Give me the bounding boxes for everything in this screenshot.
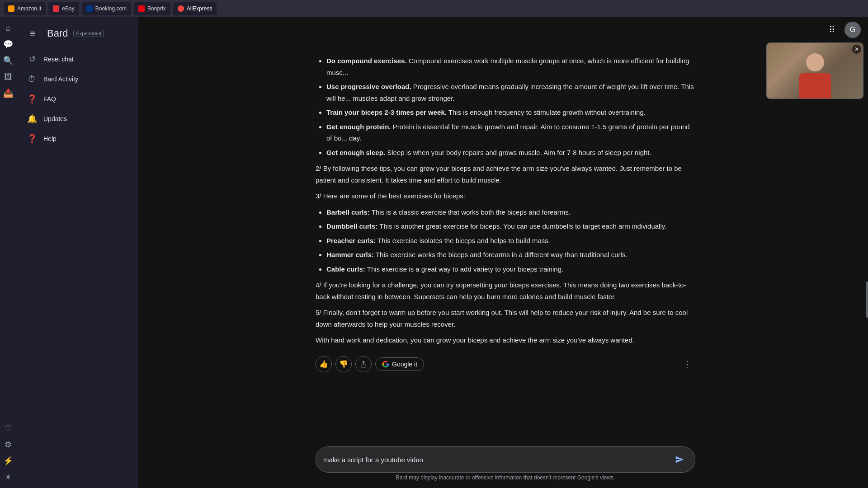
pip-person-head xyxy=(806,53,824,71)
hamburger-button[interactable]: ≡ xyxy=(24,24,42,42)
barbell-bold: Barbell curls: xyxy=(326,208,370,216)
main-content: ⠿ G ✕ xyxy=(138,17,868,488)
user-avatar[interactable]: G xyxy=(844,22,861,38)
main-header: ⠿ G xyxy=(138,17,868,42)
chat-content: Do compound exercises. Compound exercise… xyxy=(316,55,695,374)
updates-icon: 🔔 xyxy=(27,114,37,124)
preacher-bold: Preacher curls: xyxy=(326,237,376,244)
disclaimer-text: Bard may display inaccurate or offensive… xyxy=(161,473,850,484)
input-wrapper xyxy=(316,446,695,473)
google-logo-icon xyxy=(382,361,389,368)
chat-input[interactable] xyxy=(323,456,667,464)
list-item-compound: Do compound exercises. Compound exercise… xyxy=(326,55,695,78)
list-item-protein-bold: Get enough protein. xyxy=(326,123,391,131)
google-it-button[interactable]: Google it xyxy=(375,357,424,371)
settings-icon[interactable]: ⚙ xyxy=(1,437,15,452)
help-label: Help xyxy=(43,135,57,142)
list-item-protein: Get enough protein. Protein is essential… xyxy=(326,121,695,144)
list-item-sleep: Get enough sleep. Sleep is when your bod… xyxy=(326,147,695,159)
tab-amazon[interactable]: Amazon.it xyxy=(4,2,46,15)
exercise-tips-list: Do compound exercises. Compound exercise… xyxy=(316,55,695,158)
thumbs-down-button[interactable]: 👎 xyxy=(335,356,352,372)
scroll-thumb xyxy=(866,282,868,318)
reset-chat-icon: ↺ xyxy=(27,54,37,64)
para-4: 4/ If you're looking for a challenge, yo… xyxy=(316,279,695,302)
cable-bold: Cable curls: xyxy=(326,265,365,273)
exercises-list: Barbell curls: This is a classic exercis… xyxy=(316,206,695,275)
chat-wrapper: ✕ Do compound exercises. Compound exerci… xyxy=(138,42,868,488)
pip-close-button[interactable]: ✕ xyxy=(852,45,861,54)
para-5: 5/ Finally, don't forget to warm up befo… xyxy=(316,307,695,330)
reset-chat-label: Reset chat xyxy=(43,56,74,63)
faq-label: FAQ xyxy=(43,95,56,103)
tab-ebay[interactable]: eBay xyxy=(48,2,79,15)
hammer-bold: Hammer curls: xyxy=(326,251,374,258)
chat-area[interactable]: ✕ Do compound exercises. Compound exerci… xyxy=(138,42,868,441)
lightning-icon[interactable]: ⚡ xyxy=(1,454,15,468)
sidebar-item-help[interactable]: ❓ Help xyxy=(20,129,135,148)
list-item-cable: Cable curls: This exercise is a great wa… xyxy=(326,263,695,275)
barbell-text: This is a classic exercise that works bo… xyxy=(372,208,571,216)
icon-rail: ⌂ 💬 🔍 🖼 📤 ♡ ⚙ ⚡ ☀ xyxy=(0,17,16,488)
list-item-hammer: Hammer curls: This exercise works the bi… xyxy=(326,249,695,261)
sidebar-header: ≡ Bard Experiment xyxy=(16,21,138,50)
experiment-badge: Experiment xyxy=(73,30,104,37)
list-item-frequency-text: This is enough frequency to stimulate gr… xyxy=(448,108,646,116)
list-item-progressive-bold: Use progressive overload. xyxy=(326,83,411,90)
para-6: With hard work and dedication, you can g… xyxy=(316,334,695,346)
sidebar-item-bard-activity[interactable]: ⏱ Bard Activity xyxy=(20,70,135,89)
para-2: 2/ By following these tips, you can grow… xyxy=(316,163,695,186)
brightness-icon[interactable]: ☀ xyxy=(1,470,15,484)
help-icon: ❓ xyxy=(27,134,37,144)
share-button[interactable] xyxy=(355,356,372,372)
cable-text: This exercise is a great way to add vari… xyxy=(367,265,563,273)
para-3: 3/ Here are some of the best exercises f… xyxy=(316,190,695,202)
tab-bonprix[interactable]: Bonprix xyxy=(134,2,170,15)
tab-booking[interactable]: Booking.com xyxy=(82,2,131,15)
input-area: Bard may display inaccurate or offensive… xyxy=(138,441,868,488)
list-item-dumbbell: Dumbbell curls: This is another great ex… xyxy=(326,221,695,232)
sidebar-nav: ↺ Reset chat ⏱ Bard Activity ❓ FAQ 🔔 Upd… xyxy=(16,50,138,148)
bard-activity-icon: ⏱ xyxy=(27,74,37,84)
list-item-sleep-text: Sleep is when your body repairs and grow… xyxy=(387,149,651,156)
updates-label: Updates xyxy=(43,115,67,122)
sidebar-item-reset-chat[interactable]: ↺ Reset chat xyxy=(20,50,135,69)
list-item-frequency-bold: Train your biceps 2-3 times per week. xyxy=(326,108,447,116)
tab-aliexpress[interactable]: AliExpress xyxy=(173,2,217,15)
dumbbell-text: This is another great exercise for bicep… xyxy=(379,222,666,230)
action-bar: 👍 👎 xyxy=(316,351,695,374)
app-title: Bard xyxy=(47,28,68,39)
list-item-frequency: Train your biceps 2-3 times per week. Th… xyxy=(326,107,695,118)
list-item-compound-bold: Do compound exercises. xyxy=(326,57,407,65)
more-button[interactable]: ⋮ xyxy=(679,356,695,372)
list-item-preacher: Preacher curls: This exercise isolates t… xyxy=(326,235,695,247)
preacher-text: This exercise isolates the biceps and he… xyxy=(377,237,550,244)
pip-video-background xyxy=(767,43,863,99)
pip-video: ✕ xyxy=(766,42,863,99)
sidebar-item-faq[interactable]: ❓ FAQ xyxy=(20,89,135,108)
sidebar: ≡ Bard Experiment ↺ Reset chat ⏱ Bard Ac… xyxy=(16,17,138,488)
google-it-label: Google it xyxy=(392,361,417,368)
hammer-text: This exercise works the biceps and forea… xyxy=(376,251,627,258)
send-button[interactable] xyxy=(671,451,688,468)
list-item-barbell: Barbell curls: This is a classic exercis… xyxy=(326,206,695,218)
home-icon[interactable]: ⌂ xyxy=(1,21,15,35)
send-rail-icon[interactable]: 📤 xyxy=(1,86,15,100)
browser-chrome: Amazon.it eBay Booking.com Bonprix AliEx… xyxy=(0,0,868,17)
bard-activity-label: Bard Activity xyxy=(43,75,78,83)
send-icon xyxy=(675,455,684,464)
image-icon[interactable]: 🖼 xyxy=(1,70,15,84)
heart-icon[interactable]: ♡ xyxy=(1,421,15,436)
search-icon[interactable]: 🔍 xyxy=(1,53,15,68)
sidebar-item-updates[interactable]: 🔔 Updates xyxy=(20,109,135,128)
apps-button[interactable]: ⠿ xyxy=(823,21,841,39)
pip-person-figure xyxy=(797,53,833,99)
chat-icon[interactable]: 💬 xyxy=(1,37,15,52)
faq-icon: ❓ xyxy=(27,94,37,104)
scroll-track xyxy=(865,42,868,441)
pip-person-body xyxy=(799,73,831,99)
thumbs-up-button[interactable]: 👍 xyxy=(316,356,332,372)
list-item-progressive: Use progressive overload. Progressive ov… xyxy=(326,81,695,104)
dumbbell-bold: Dumbbell curls: xyxy=(326,222,377,230)
list-item-sleep-bold: Get enough sleep. xyxy=(326,149,385,156)
